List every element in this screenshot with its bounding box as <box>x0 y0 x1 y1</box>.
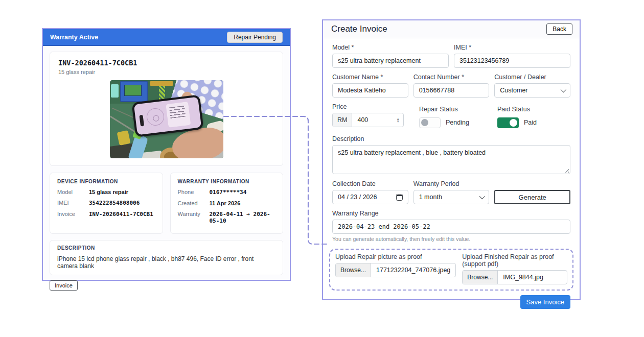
calendar-icon[interactable] <box>396 194 403 201</box>
device-info-row-imei: IMEI 354222854808006 <box>57 200 155 206</box>
warranty-period-label: Warranty Period <box>413 180 490 187</box>
repair-status-field-group: Repair Status Pending <box>419 103 492 130</box>
photo-green-coil <box>159 86 165 100</box>
warranty-info-row-phone: Phone 0167*****34 <box>178 189 276 196</box>
photo-dynamic-island <box>139 115 144 127</box>
imei-input[interactable]: 35123123456789 <box>454 54 570 68</box>
upload-repair-file-input[interactable]: Browse... 1771232204_747076.jpeg <box>335 263 456 277</box>
contact-number-field-group: Contact Number * 0156667788 <box>413 74 490 98</box>
photo-screen-dialog <box>166 102 191 128</box>
number-spinner-icon[interactable]: ▲▼ <box>397 113 403 127</box>
kv-label: Created <box>178 200 210 206</box>
paid-status-field-group: Paid Status Paid <box>497 103 570 130</box>
kv-value: 2026-04-11 → 2026-05-10 <box>210 211 276 224</box>
upload-finished-label: Upload Finished Repair as proof (support… <box>462 253 567 268</box>
paid-status-value: Paid <box>524 119 537 126</box>
price-input[interactable]: 400 <box>352 113 396 127</box>
chevron-down-icon <box>561 87 566 92</box>
photo-gold-part <box>150 81 173 86</box>
kv-label: Phone <box>178 189 210 195</box>
browse-button[interactable]: Browse... <box>463 271 498 284</box>
warranty-range-label: Warranty Range <box>332 210 570 217</box>
description-card: DESCRIPTION iPhone 15 lcd phone glass re… <box>50 240 283 275</box>
imei-label: IMEI * <box>454 44 570 51</box>
price-label: Price <box>332 103 409 110</box>
device-information-card: DEVICE INFORMATION Model 15 glass repair… <box>50 173 163 234</box>
kv-label: Model <box>57 189 89 195</box>
back-button[interactable]: Back <box>546 23 572 35</box>
warranty-period-select[interactable]: 1 month <box>413 190 490 204</box>
invoice-description-textarea[interactable]: s25 ultra battery replacement , blue , b… <box>332 145 570 174</box>
warranty-period-value: 1 month <box>419 194 442 201</box>
repair-pending-badge[interactable]: Repair Pending <box>227 32 283 43</box>
description-title: DESCRIPTION <box>57 245 275 251</box>
kv-value: 354222854808006 <box>89 200 140 206</box>
warranty-header: Warranty Active Repair Pending <box>43 29 290 46</box>
warranty-range-help: You can generate automatically, then fre… <box>332 236 570 242</box>
upload-finished-file-input[interactable]: Browse... IMG_9844.jpg <box>462 270 567 284</box>
kv-value: 0167*****34 <box>210 189 247 196</box>
save-invoice-button[interactable]: Save Invoice <box>520 295 570 309</box>
generate-button[interactable]: Generate <box>494 190 570 204</box>
imei-field-group: IMEI * 35123123456789 <box>454 44 570 68</box>
customer-name-field-group: Customer Name * Modesta Katleho <box>332 74 408 98</box>
customer-dealer-field-group: Customer / Dealer Customer <box>494 74 570 98</box>
customer-name-input[interactable]: Modesta Katleho <box>332 83 408 98</box>
repair-status-toggle[interactable] <box>419 117 441 128</box>
chevron-down-icon <box>479 194 485 199</box>
currency-prefix: RM <box>333 113 352 127</box>
info-row: DEVICE INFORMATION Model 15 glass repair… <box>50 173 283 234</box>
model-field-group: Model * s25 ultra battery replacement <box>332 44 449 68</box>
create-invoice-panel: Create Invoice Back Model * s25 ultra ba… <box>322 19 581 300</box>
kv-label: Warranty <box>178 211 210 217</box>
photo-white-object <box>141 151 162 158</box>
warranty-body: INV-20260411-7C0CB1 15 glass repair <box>43 46 290 296</box>
model-input[interactable]: s25 ultra battery replacement <box>332 54 449 68</box>
upload-repair-field-group: Upload Repair picture as proof Browse...… <box>335 253 456 284</box>
price-field-group: Price RM 400 ▲▼ <box>332 103 409 130</box>
collection-date-field-group: Collection Date 04 / 23 / 2026 <box>332 180 408 204</box>
paid-status-toggle[interactable] <box>497 117 519 128</box>
invoice-subtitle: 15 glass repair <box>58 69 274 75</box>
warranty-range-input[interactable]: 2026-04-23 end 2026-05-22 <box>332 220 570 234</box>
price-input-group: RM 400 ▲▼ <box>332 113 404 127</box>
upload-finished-filename: IMG_9844.jpg <box>498 271 548 284</box>
kv-label: Invoice <box>57 211 89 217</box>
repair-status-label: Repair Status <box>419 106 492 113</box>
device-info-title: DEVICE INFORMATION <box>57 179 155 184</box>
collection-date-label: Collection Date <box>332 180 408 187</box>
kv-value: INV-20260411-7C0CB1 <box>89 211 153 218</box>
warranty-info-row-range: Warranty 2026-04-11 → 2026-05-10 <box>178 211 276 224</box>
resize-handle-icon[interactable] <box>564 167 569 173</box>
customer-dealer-select[interactable]: Customer <box>494 83 570 98</box>
collection-date-input[interactable]: 04 / 23 / 2026 <box>332 190 408 204</box>
customer-dealer-label: Customer / Dealer <box>494 74 570 81</box>
photo-monitor-screen <box>124 85 142 96</box>
customer-dealer-value: Customer <box>500 87 527 94</box>
upload-finished-field-group: Upload Finished Repair as proof (support… <box>462 253 567 284</box>
repair-status-value: Pending <box>446 119 469 126</box>
invoice-summary-card: INV-20260411-7C0CB1 15 glass repair <box>50 52 283 166</box>
device-info-row-invoice: Invoice INV-20260411-7C0CB1 <box>57 211 155 218</box>
warranty-card-panel: Warranty Active Repair Pending INV-20260… <box>42 28 291 281</box>
kv-value: 11 Apr 2026 <box>210 200 241 206</box>
toggle-knob <box>421 119 428 126</box>
description-text: iPhone 15 lcd phone glass repair , black… <box>57 255 275 270</box>
kv-label: IMEI <box>57 200 89 206</box>
create-invoice-header: Create Invoice Back <box>323 20 580 38</box>
photo-microscope-monitor <box>120 81 148 102</box>
warranty-status-title: Warranty Active <box>50 34 98 41</box>
collection-date-value: 04 / 23 / 2026 <box>338 194 377 201</box>
browse-button[interactable]: Browse... <box>336 263 371 277</box>
paid-status-label: Paid Status <box>497 106 570 113</box>
toggle-knob <box>510 119 517 127</box>
upload-repair-label: Upload Repair picture as proof <box>335 253 456 260</box>
invoice-button[interactable]: Invoice <box>50 280 78 291</box>
description-field-group: Description s25 ultra battery replacemen… <box>332 135 570 174</box>
device-info-row-model: Model 15 glass repair <box>57 189 155 195</box>
contact-number-input[interactable]: 0156667788 <box>413 83 490 98</box>
repair-photo <box>110 80 223 158</box>
contact-number-label: Contact Number * <box>413 74 490 81</box>
invoice-description-label: Description <box>332 135 570 142</box>
upload-section: Upload Repair picture as proof Browse...… <box>329 249 573 291</box>
